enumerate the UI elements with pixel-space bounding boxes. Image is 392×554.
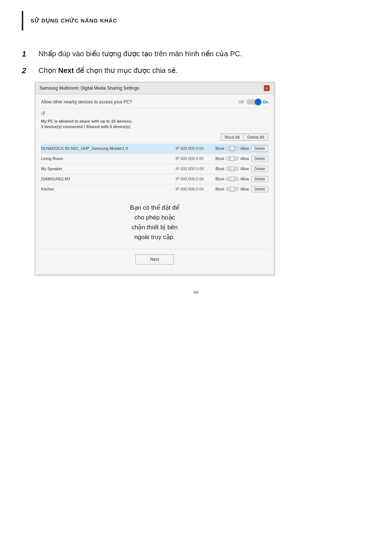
block-allow-slider[interactable]: Block Allow [216,167,249,171]
device-name: DLNADOC/1.50 SEC_HHP_Samsung Mobile/1.0 [41,146,176,151]
block-label: Block [216,147,224,151]
next-btn-row: Next [41,249,268,270]
device-ip: IP 000.000.0.00 [176,187,216,191]
block-allow-slider[interactable]: Block Allow [216,146,249,151]
device-controls: Block Allow Delete [216,156,268,162]
step-2-text: Chọn Next để chọn thư mục được chia sẻ. [38,65,178,75]
block-all-row: Block All Delete All [41,134,268,141]
device-list: DLNADOC/1.50 SEC_HHP_Samsung Mobile/1.0 … [41,144,268,194]
refresh-icon[interactable]: ↺ [41,110,45,116]
dialog-title-text: Samsung Multiroom: Digital Media Sharing… [40,86,139,91]
step-2-number: 2 [22,66,35,75]
device-row: Living Room IP 000.000.0.00 Block Allow … [41,154,268,164]
pc-info-text: My PC is allowed to share with up to 10 … [41,119,268,130]
step-1-text: Nhấp đúp vào biểu tượng được tạo trên mà… [38,49,242,59]
toggle-on-label: On [263,100,268,104]
block-label: Block [216,157,224,161]
ba-thumb [230,146,235,151]
page-number: 46 [0,290,392,306]
block-all-button[interactable]: Block All [221,134,244,141]
block-label: Block [216,167,224,171]
device-name: [SAMSUNG] M3 [41,177,176,181]
dialog-body: Allow other nearby devices to access you… [35,94,274,275]
step-1-number: 1 [22,49,35,59]
toggle-track[interactable] [246,99,261,104]
device-delete-button[interactable]: Delete [251,145,268,152]
ba-thumb [230,176,235,181]
device-ip: IP 000.000.0.00 [176,177,216,181]
page-header-text: SỬ DỤNG CHỨC NĂNG KHÁC [30,17,117,24]
device-controls: Block Allow Delete [216,186,268,192]
block-allow-slider[interactable]: Block Allow [216,187,249,191]
dialog-separator-1 [41,108,268,108]
toggle-switch-container: Off On [238,99,268,104]
ba-track [226,187,239,191]
next-button[interactable]: Next [135,254,174,264]
step-2-text-bold: Next [58,66,74,74]
step-2-text-after: để chọn thư mục được chia sẻ. [74,66,178,74]
step-1: 1 Nhấp đúp vào biểu tượng được tạo trên … [22,49,370,59]
block-allow-slider[interactable]: Block Allow [216,177,249,181]
pc-info-line1: My PC is allowed to share with up to 10 … [41,119,132,123]
device-row: DLNADOC/1.50 SEC_HHP_Samsung Mobile/1.0 … [41,144,268,154]
device-row: My Speaker IP 000.000.0.00 Block Allow D… [41,164,268,174]
dialog-callout-text: Bạn có thể đặt để cho phép hoặc chặn thi… [41,194,268,247]
dialog-box: Samsung Multiroom: Digital Media Sharing… [35,82,274,275]
toggle-off-label: Off [238,100,244,104]
device-controls: Block Allow Delete [216,166,268,172]
page-header: SỬ DỤNG CHỨC NĂNG KHÁC [22,11,370,30]
block-allow-slider[interactable]: Block Allow [216,156,249,161]
allow-question-row: Allow other nearby devices to access you… [41,99,268,104]
block-label: Block [216,177,224,181]
allow-label: Allow [240,157,249,161]
device-name: Living Room [41,156,176,161]
close-icon: × [266,86,268,90]
ba-thumb [230,186,235,192]
device-controls: Block Allow Delete [216,176,268,182]
device-delete-button[interactable]: Delete [251,176,268,182]
device-delete-button[interactable]: Delete [251,166,268,172]
allow-question-text: Allow other nearby devices to access you… [41,99,132,104]
toggle-thumb [255,99,261,105]
dialog-close-button[interactable]: × [264,85,270,91]
allow-label: Allow [240,167,249,171]
device-ip: IP 000.000.0.00 [176,167,216,171]
allow-label: Allow [240,177,249,181]
refresh-icon-row: ↺ [41,110,268,116]
device-ip: IP 000.000.0.00 [176,146,216,151]
device-name: My Speaker [41,167,176,171]
device-row: [SAMSUNG] M3 IP 000.000.0.00 Block Allow… [41,174,268,184]
delete-all-button[interactable]: Delete All [244,134,268,141]
ba-thumb [230,166,235,171]
device-delete-button[interactable]: Delete [251,156,268,162]
device-ip: IP 000.000.0.00 [176,156,216,161]
callout-line-1: Bạn có thể đặt để cho phép hoặc chặn thi… [41,203,268,242]
device-row: Kitchen IP 000.000.0.00 Block Allow Dele… [41,184,268,194]
ba-track [226,167,239,171]
device-controls: Block Allow Delete [216,145,268,152]
step-2-text-before: Chọn [38,66,58,74]
ba-track [226,146,239,151]
device-delete-button[interactable]: Delete [251,186,268,192]
dialog-titlebar: Samsung Multiroom: Digital Media Sharing… [35,82,274,94]
allow-label: Allow [240,187,249,191]
allow-label: Allow [240,147,249,151]
pc-info-end: device(s) [112,124,131,129]
ba-track [226,156,239,161]
block-label: Block [216,187,224,191]
device-name: Kitchen [41,187,176,191]
ba-thumb [230,156,235,161]
step-2: 2 Chọn Next để chọn thư mục được chia sẻ… [22,65,370,75]
ba-track [226,177,239,181]
pc-info-mid: device(s) connected / Shared with [43,124,110,129]
